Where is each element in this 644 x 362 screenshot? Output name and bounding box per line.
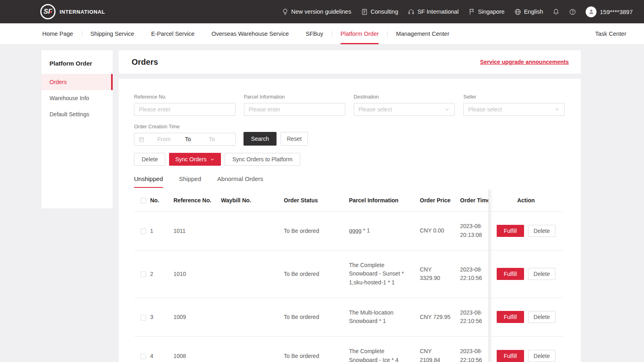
filter-label: Destination	[354, 94, 455, 100]
nav-item-home-page[interactable]: Home Page	[42, 23, 73, 44]
topbar-item-label: New version guidelines	[291, 8, 351, 15]
fulfill-button[interactable]: Fulfill	[497, 311, 524, 323]
topbar-item-sf-international[interactable]: SF International	[408, 8, 458, 15]
row-delete-button[interactable]: Delete	[528, 311, 555, 323]
cell-reference: 1008	[173, 337, 221, 362]
user-account[interactable]: 159****3897	[586, 6, 633, 17]
sync-orders-button[interactable]: Sync Orders	[169, 153, 221, 166]
help-icon[interactable]	[569, 8, 576, 15]
filter-label: Reference No.	[134, 94, 235, 100]
chevron-down-icon	[210, 157, 215, 162]
row-delete-button[interactable]: Delete	[528, 268, 555, 280]
topbar-item-consulting[interactable]: Consulting	[361, 8, 398, 15]
date-to-placeholder: To	[192, 136, 231, 142]
tab-unshipped[interactable]: Unshipped	[134, 175, 163, 188]
cell-action: FulfillDelete	[488, 337, 564, 362]
order-creation-time-field: Order Creation Time From To To	[134, 124, 236, 146]
chevron-down-icon	[554, 107, 560, 112]
table-body: 11011To Be orderedgggg * 1CNY 0.002023-0…	[134, 212, 564, 362]
tab-shipped[interactable]: Shipped	[179, 175, 201, 188]
row-checkbox[interactable]	[140, 228, 146, 234]
sf-logo-mark: SF	[40, 4, 56, 19]
parcel-information-input[interactable]	[244, 103, 345, 116]
chevron-down-icon	[444, 107, 450, 112]
delete-button[interactable]: Delete	[134, 153, 165, 166]
filter-fields: Reference No.Parcel InformationDestinati…	[134, 94, 565, 116]
cell-waybill	[221, 250, 284, 298]
reference-no-input[interactable]	[134, 103, 235, 116]
nav-item-task-center[interactable]: Task Center	[595, 31, 626, 37]
nav-item-shipping-service[interactable]: Shipping Service	[91, 23, 134, 44]
topbar: SF INTERNATIONAL New version guidelinesC…	[0, 0, 644, 23]
cell-order-price: CNY 729.95	[420, 298, 460, 336]
service-upgrade-link[interactable]: Service upgrade announcements	[480, 59, 569, 65]
col-header-order-price: Order Price	[420, 189, 460, 212]
date-separator: To	[184, 136, 193, 142]
price-line: CNY	[420, 347, 454, 356]
sidebar-item-orders[interactable]: Orders	[41, 74, 113, 90]
row-checkbox[interactable]	[140, 315, 146, 321]
row-delete-button[interactable]: Delete	[528, 350, 555, 362]
col-header-order-status: Order Status	[284, 189, 349, 212]
nav-item-sfbuy[interactable]: SFBuy	[305, 23, 323, 44]
row-select-cell	[134, 337, 150, 362]
fulfill-button[interactable]: Fulfill	[497, 350, 524, 362]
fulfill-button[interactable]: Fulfill	[497, 225, 524, 237]
search-button[interactable]: Search	[244, 132, 277, 146]
topbar-menu: New version guidelinesConsultingSF Inter…	[282, 6, 633, 17]
cell-waybill	[221, 212, 284, 250]
calendar-icon	[138, 136, 144, 142]
order-tabs: UnshippedShippedAbnormal Orders	[134, 175, 565, 188]
topbar-item-new-version-guidelines[interactable]: New version guidelines	[282, 8, 351, 15]
time-line: 2023-08-1	[460, 265, 482, 274]
cell-no: 2	[150, 250, 173, 298]
topbar-item-label: English	[524, 8, 543, 15]
cell-no: 1	[150, 212, 173, 250]
nav-item-e-parcel-service[interactable]: E-Parcel Service	[151, 23, 194, 44]
row-checkbox[interactable]	[140, 354, 146, 359]
table-row: 41008To Be orderedThe Complete Snowboard…	[134, 337, 564, 362]
tab-abnormal-orders[interactable]: Abnormal Orders	[217, 175, 263, 188]
content-panel: Reference No.Parcel InformationDestinati…	[119, 79, 581, 362]
cell-action: FulfillDelete	[488, 250, 564, 298]
reset-button[interactable]: Reset	[281, 132, 308, 146]
order-creation-time-label: Order Creation Time	[134, 124, 236, 130]
seller-select[interactable]: Please select	[463, 103, 565, 116]
filter-field-parcel-information: Parcel Information	[244, 94, 345, 116]
price-line: 3329.90	[420, 274, 454, 283]
select-placeholder: Please select	[468, 106, 502, 113]
time-line: 20:13:08	[460, 231, 482, 240]
sync-orders-label: Sync Orders	[175, 156, 206, 162]
date-range-input[interactable]: From To To	[134, 133, 236, 146]
sidebar: Platform Order OrdersWarehouse InfoDefau…	[41, 50, 113, 208]
select-all-checkbox[interactable]	[140, 198, 146, 204]
cell-reference: 1011	[173, 212, 221, 250]
nav-item-management-center[interactable]: Management Center	[396, 23, 449, 44]
sidebar-item-default-settings[interactable]: Default Settings	[41, 106, 113, 122]
bell-icon[interactable]	[553, 8, 559, 15]
sf-logo[interactable]: SF INTERNATIONAL	[40, 4, 105, 19]
sidebar-item-warehouse-info[interactable]: Warehouse Info	[41, 90, 113, 106]
cell-parcel-information: The Complete Snowboard - Sunset * 1,sku-…	[349, 250, 420, 298]
fulfill-button[interactable]: Fulfill	[497, 268, 524, 280]
row-checkbox[interactable]	[140, 272, 146, 277]
select-all-header	[134, 189, 150, 212]
nav-item-overseas-warehouse-service[interactable]: Overseas Warehouse Service	[211, 23, 289, 44]
destination-select[interactable]: Please select	[354, 103, 455, 116]
cell-reference: 1010	[173, 250, 221, 298]
nav-divider	[332, 31, 332, 37]
parcel-text: The Complete Snowboard - Sunset * 1,sku-…	[349, 261, 413, 287]
nav-item-platform-order[interactable]: Platform Order	[341, 23, 379, 44]
sync-orders-to-platform-button[interactable]: Sync Orders to Platform	[225, 153, 300, 166]
table-header-row: No.Reference No.Waybill No.Order StatusP…	[134, 189, 564, 212]
topbar-item-singapore[interactable]: Singapore	[469, 8, 505, 15]
headset-icon	[408, 8, 415, 15]
sf-logo-dot	[50, 11, 51, 13]
cell-order-time: 2023-08-122:10:56	[460, 250, 488, 298]
parcel-text: The Multi-location Snowboard * 1	[349, 309, 413, 326]
table-row: 11011To Be orderedgggg * 1CNY 0.002023-0…	[134, 212, 564, 250]
cell-order-price: CNY3329.90	[420, 250, 460, 298]
topbar-item-english[interactable]: English	[514, 8, 543, 15]
row-delete-button[interactable]: Delete	[528, 225, 555, 237]
date-from-placeholder: From	[144, 136, 184, 142]
